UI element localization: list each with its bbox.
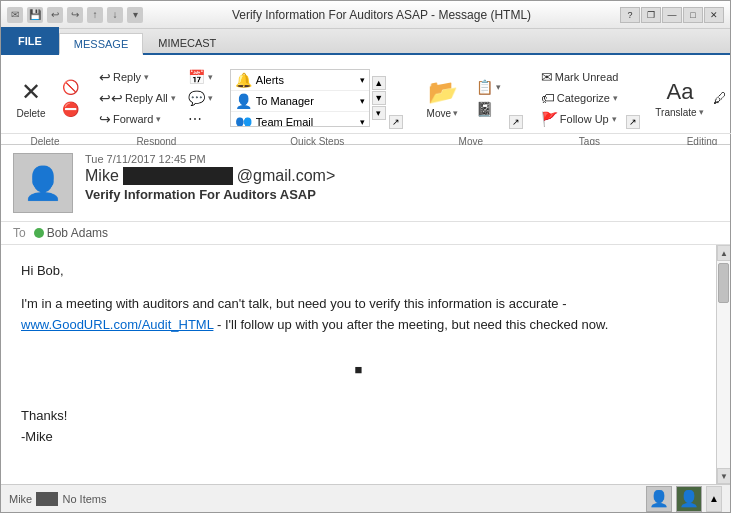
pen-icon: 🖊 bbox=[713, 90, 727, 106]
message-from: Mike @gmail.com> bbox=[85, 167, 718, 185]
categorize-arrow[interactable]: ▾ bbox=[612, 93, 619, 103]
delete-group: ✕ Delete 🚫 ⛔ Delete bbox=[1, 59, 89, 149]
status-up-button[interactable]: ▲ bbox=[706, 486, 722, 512]
move-expand[interactable]: ↗ bbox=[509, 115, 523, 129]
translate-button[interactable]: Aa Translate ▾ bbox=[654, 68, 706, 128]
scroll-up-button[interactable]: ▲ bbox=[717, 245, 730, 261]
maximize-button[interactable]: □ bbox=[683, 7, 703, 23]
body-signature: -Mike bbox=[21, 427, 696, 448]
rules-arrow[interactable]: ▾ bbox=[495, 82, 502, 92]
reply-button[interactable]: ↩ Reply ▾ bbox=[95, 67, 181, 87]
qs-manager-arrow[interactable]: ▾ bbox=[360, 96, 365, 106]
app-icon: ✉ bbox=[7, 7, 23, 23]
qs-scroll-down[interactable]: ▼ bbox=[372, 91, 386, 105]
undo-icon[interactable]: ↩ bbox=[47, 7, 63, 23]
reply-all-button[interactable]: ↩↩ Reply All ▾ bbox=[95, 88, 181, 108]
respond-group: ↩ Reply ▾ ↩↩ Reply All ▾ ↪ Forward bbox=[89, 59, 224, 149]
forward-button[interactable]: ↪ Forward ▾ bbox=[95, 109, 181, 129]
status-left: Mike No Items bbox=[9, 492, 106, 506]
status-avatar-person: 👤 bbox=[676, 486, 702, 512]
follow-up-icon: 🚩 bbox=[541, 111, 558, 127]
respond-extra3[interactable]: ⋯ bbox=[184, 109, 218, 129]
meeting-arrow[interactable]: ▾ bbox=[207, 72, 214, 82]
quick-steps-list: 🔔 Alerts ▾ 👤 To Manager ▾ 👥 Team Email bbox=[230, 69, 370, 127]
move-group: 📂 Move ▾ 📋 ▾ 📓 ↗ bbox=[411, 59, 531, 149]
translate-icon: Aa bbox=[667, 79, 694, 105]
status-right: 👤 👤 ▲ bbox=[646, 486, 722, 512]
qs-alerts-item[interactable]: 🔔 Alerts ▾ bbox=[231, 70, 369, 91]
help-button[interactable]: ? bbox=[620, 7, 640, 23]
delete-button[interactable]: ✕ Delete bbox=[7, 68, 55, 128]
im-icon: 💬 bbox=[188, 90, 205, 106]
qs-manager-item[interactable]: 👤 To Manager ▾ bbox=[231, 91, 369, 112]
minimize-button[interactable]: — bbox=[662, 7, 682, 23]
onenote-button[interactable]: 📓 bbox=[472, 99, 506, 119]
editing-extra1[interactable]: 🖊 bbox=[709, 88, 731, 108]
forward-icon: ↪ bbox=[99, 111, 111, 127]
tab-mimecast[interactable]: MIMECAST bbox=[143, 31, 231, 53]
status-bar: Mike No Items 👤 👤 ▲ bbox=[1, 484, 730, 512]
qs-alerts-arrow[interactable]: ▾ bbox=[360, 75, 365, 85]
categorize-button[interactable]: 🏷 Categorize ▾ bbox=[537, 88, 623, 108]
save-icon[interactable]: 💾 bbox=[27, 7, 43, 23]
redo-icon[interactable]: ↪ bbox=[67, 7, 83, 23]
avatar-icon: 👤 bbox=[23, 164, 63, 202]
status-avatar-placeholder: 👤 bbox=[646, 486, 672, 512]
to-contact: Bob Adams bbox=[34, 226, 108, 240]
quicksteps-expand[interactable]: ↗ bbox=[389, 115, 403, 129]
status-redacted bbox=[36, 492, 58, 506]
message-area: 👤 Tue 7/11/2017 12:45 PM Mike @gmail.com… bbox=[1, 145, 730, 484]
tags-expand[interactable]: ↗ bbox=[626, 115, 640, 129]
scroll-down-button[interactable]: ▼ bbox=[717, 468, 730, 484]
scrollbar-thumb[interactable] bbox=[718, 263, 729, 303]
contact-status-dot bbox=[34, 228, 44, 238]
tags-group: ✉ Mark Unread 🏷 Categorize ▾ 🚩 Follow Up… bbox=[531, 59, 648, 149]
team-icon: 👥 bbox=[235, 114, 252, 127]
window-controls: ? ❐ — □ ✕ bbox=[620, 7, 724, 23]
translate-arrow[interactable]: ▾ bbox=[698, 107, 705, 117]
forward-arrow[interactable]: ▾ bbox=[155, 114, 162, 124]
qs-more[interactable]: ▾ bbox=[372, 106, 386, 120]
ribbon-tabs: FILE MESSAGE MIMECAST bbox=[1, 29, 730, 55]
qs-team-arrow[interactable]: ▾ bbox=[360, 117, 365, 127]
onenote-icon: 📓 bbox=[476, 101, 493, 117]
respond-extra1[interactable]: 📅 ▾ bbox=[184, 67, 218, 87]
message-date: Tue 7/11/2017 12:45 PM bbox=[85, 153, 718, 165]
respond-extra2[interactable]: 💬 ▾ bbox=[184, 88, 218, 108]
ribbon: ✕ Delete 🚫 ⛔ Delete bbox=[1, 55, 730, 145]
follow-up-arrow[interactable]: ▾ bbox=[611, 114, 618, 124]
customize-icon[interactable]: ▾ bbox=[127, 7, 143, 23]
down-icon[interactable]: ↓ bbox=[107, 7, 123, 23]
tab-message[interactable]: MESSAGE bbox=[59, 33, 143, 55]
tab-file[interactable]: FILE bbox=[1, 27, 59, 53]
editing-group: Aa Translate ▾ 🖊 ↗ Editing bbox=[648, 59, 731, 149]
junk-icon: ⛔ bbox=[62, 101, 79, 117]
restore-button[interactable]: ❐ bbox=[641, 7, 661, 23]
black-dot: ■ bbox=[21, 360, 696, 381]
move-icon: 📂 bbox=[428, 78, 458, 106]
reply-icon: ↩ bbox=[99, 69, 111, 85]
qs-scroll-up[interactable]: ▲ bbox=[372, 76, 386, 90]
delete-icon: ✕ bbox=[21, 78, 41, 106]
message-to-bar: To Bob Adams bbox=[1, 222, 730, 245]
junk-button[interactable]: ⛔ bbox=[58, 99, 83, 119]
quick-steps-group: 🔔 Alerts ▾ 👤 To Manager ▾ 👥 Team Email bbox=[224, 59, 411, 149]
mark-unread-button[interactable]: ✉ Mark Unread bbox=[537, 67, 623, 87]
up-icon[interactable]: ↑ bbox=[87, 7, 103, 23]
scrollbar-track bbox=[717, 261, 730, 468]
ignore-button[interactable]: 🚫 bbox=[58, 77, 83, 97]
categorize-icon: 🏷 bbox=[541, 90, 555, 106]
reply-all-arrow[interactable]: ▾ bbox=[170, 93, 177, 103]
reply-arrow[interactable]: ▾ bbox=[143, 72, 150, 82]
move-button[interactable]: 📂 Move ▾ bbox=[417, 68, 469, 128]
audit-link[interactable]: www.GoodURL.com/Audit_HTML bbox=[21, 317, 213, 332]
to-label: To bbox=[13, 226, 26, 240]
follow-up-button[interactable]: 🚩 Follow Up ▾ bbox=[537, 109, 623, 129]
move-arrow[interactable]: ▾ bbox=[452, 108, 459, 118]
status-avatar-icon: 👤 bbox=[649, 489, 669, 508]
close-button[interactable]: ✕ bbox=[704, 7, 724, 23]
rules-button[interactable]: 📋 ▾ bbox=[472, 77, 506, 97]
status-no-items: No Items bbox=[62, 493, 106, 505]
qs-team-item[interactable]: 👥 Team Email ▾ bbox=[231, 112, 369, 127]
im-arrow[interactable]: ▾ bbox=[207, 93, 214, 103]
